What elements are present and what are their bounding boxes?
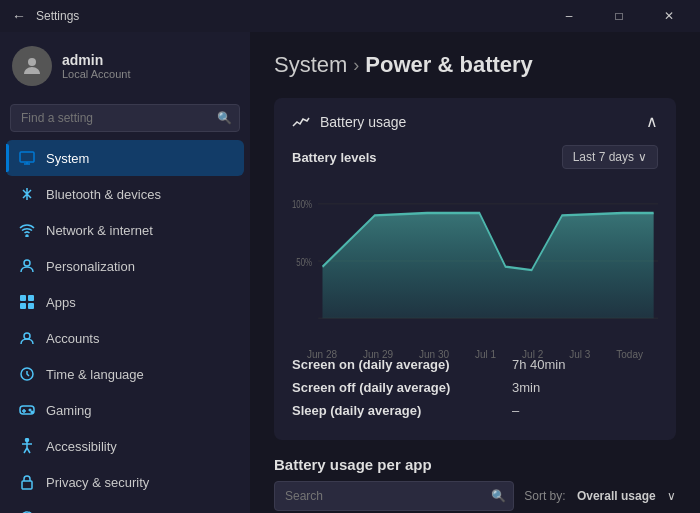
sidebar-item-apps[interactable]: Apps [6, 284, 244, 320]
sidebar-item-bluetooth-label: Bluetooth & devices [46, 187, 161, 202]
stat-screen-off: Screen off (daily average) 3min [292, 376, 658, 399]
battery-usage-label: Battery usage [320, 114, 406, 130]
svg-rect-6 [20, 295, 26, 301]
svg-rect-22 [22, 481, 32, 489]
svg-text:100%: 100% [292, 199, 312, 210]
svg-point-4 [26, 235, 28, 237]
minimize-button[interactable]: – [546, 0, 592, 32]
sidebar-search-icon: 🔍 [217, 111, 232, 125]
battery-usage-card-header[interactable]: Battery usage ∧ [274, 98, 676, 145]
x-label-2: Jun 30 [419, 349, 449, 360]
x-label-0: Jun 28 [307, 349, 337, 360]
battery-usage-collapse-icon: ∧ [646, 112, 658, 131]
sidebar-item-personalization[interactable]: Personalization [6, 248, 244, 284]
battery-usage-card-body: Battery levels Last 7 days ∨ [274, 145, 676, 440]
sidebar-item-accessibility-label: Accessibility [46, 439, 117, 454]
x-label-1: Jun 29 [363, 349, 393, 360]
sidebar-item-accounts[interactable]: Accounts [6, 320, 244, 356]
battery-chart-container: 100% 50% [292, 181, 658, 341]
battery-chart-svg: 100% 50% [292, 181, 658, 341]
svg-point-16 [31, 411, 33, 413]
time-range-label: Last 7 days [573, 150, 634, 164]
stat-sleep-label: Sleep (daily average) [292, 403, 512, 418]
user-type: Local Account [62, 68, 131, 80]
privacy-icon [18, 473, 36, 491]
dropdown-arrow-icon: ∨ [638, 150, 647, 164]
sidebar-search-box: 🔍 [10, 104, 240, 132]
sidebar-item-update[interactable]: Windows Update [6, 500, 244, 513]
svg-line-21 [27, 448, 30, 453]
settings-window: ← Settings – □ ✕ admin Local Accoun [0, 0, 700, 513]
time-range-dropdown[interactable]: Last 7 days ∨ [562, 145, 658, 169]
user-name: admin [62, 52, 131, 68]
sidebar-item-system[interactable]: System [6, 140, 244, 176]
stat-screen-off-value: 3min [512, 380, 540, 395]
svg-point-0 [28, 58, 36, 66]
title-bar-controls: – □ ✕ [546, 0, 692, 32]
battery-chart-icon [292, 114, 310, 130]
sidebar-item-personalization-label: Personalization [46, 259, 135, 274]
battery-levels-header: Battery levels Last 7 days ∨ [292, 145, 658, 169]
svg-text:50%: 50% [296, 257, 312, 268]
sidebar-item-network-label: Network & internet [46, 223, 153, 238]
user-info: admin Local Account [62, 52, 131, 80]
main-content: System › Power & battery Battery usage ∧… [250, 32, 700, 513]
sidebar-item-system-label: System [46, 151, 89, 166]
network-icon [18, 221, 36, 239]
close-button[interactable]: ✕ [646, 0, 692, 32]
x-label-5: Jul 3 [569, 349, 590, 360]
system-icon [18, 149, 36, 167]
sidebar-item-privacy[interactable]: Privacy & security [6, 464, 244, 500]
svg-rect-8 [20, 303, 26, 309]
battery-per-app-section: Battery usage per app 🔍 Sort by: Overall… [274, 456, 676, 511]
card-header-left: Battery usage [292, 114, 406, 130]
breadcrumb-parent: System [274, 52, 347, 78]
sidebar-item-gaming[interactable]: Gaming [6, 392, 244, 428]
chart-x-labels: Jun 28 Jun 29 Jun 30 Jul 1 Jul 2 Jul 3 T… [292, 349, 658, 360]
sidebar-item-network[interactable]: Network & internet [6, 212, 244, 248]
maximize-button[interactable]: □ [596, 0, 642, 32]
stat-sleep-value: – [512, 403, 519, 418]
x-label-4: Jul 2 [522, 349, 543, 360]
sidebar-item-gaming-label: Gaming [46, 403, 92, 418]
nav-list: System Bluetooth & devices Network & int… [0, 140, 250, 513]
sort-value-label: Overall usage [577, 489, 656, 503]
svg-point-5 [24, 260, 30, 266]
battery-per-app-title: Battery usage per app [274, 456, 676, 473]
sidebar-item-bluetooth[interactable]: Bluetooth & devices [6, 176, 244, 212]
avatar [12, 46, 52, 86]
sidebar-item-privacy-label: Privacy & security [46, 475, 149, 490]
title-bar: ← Settings – □ ✕ [0, 0, 700, 32]
svg-rect-7 [28, 295, 34, 301]
svg-rect-9 [28, 303, 34, 309]
app-search-input[interactable] [274, 481, 514, 511]
bluetooth-icon [18, 185, 36, 203]
apps-icon [18, 293, 36, 311]
sort-by-label: Sort by: [524, 489, 565, 503]
app-search-icon: 🔍 [491, 489, 506, 503]
sidebar-search-input[interactable] [10, 104, 240, 132]
back-icon[interactable]: ← [12, 8, 28, 24]
sidebar: admin Local Account 🔍 System [0, 32, 250, 513]
x-label-6: Today [616, 349, 643, 360]
battery-stats: Screen on (daily average) 7h 40min Scree… [292, 353, 658, 422]
svg-point-15 [29, 409, 31, 411]
user-section[interactable]: admin Local Account [0, 32, 250, 100]
stat-sleep: Sleep (daily average) – [292, 399, 658, 422]
sidebar-item-apps-label: Apps [46, 295, 76, 310]
sidebar-item-time[interactable]: Time & language [6, 356, 244, 392]
gaming-icon [18, 401, 36, 419]
accessibility-icon [18, 437, 36, 455]
sidebar-item-accessibility[interactable]: Accessibility [6, 428, 244, 464]
time-icon [18, 365, 36, 383]
title-bar-title: Settings [36, 9, 79, 23]
breadcrumb-chevron: › [353, 55, 359, 76]
battery-per-app-controls: 🔍 Sort by: Overall usage ∨ [274, 481, 676, 511]
sort-control[interactable]: Sort by: Overall usage ∨ [524, 489, 676, 503]
x-label-3: Jul 1 [475, 349, 496, 360]
content-area: admin Local Account 🔍 System [0, 32, 700, 513]
battery-usage-card: Battery usage ∧ Battery levels Last 7 da… [274, 98, 676, 440]
svg-line-20 [24, 448, 27, 453]
svg-point-10 [24, 333, 30, 339]
svg-rect-1 [20, 152, 34, 162]
